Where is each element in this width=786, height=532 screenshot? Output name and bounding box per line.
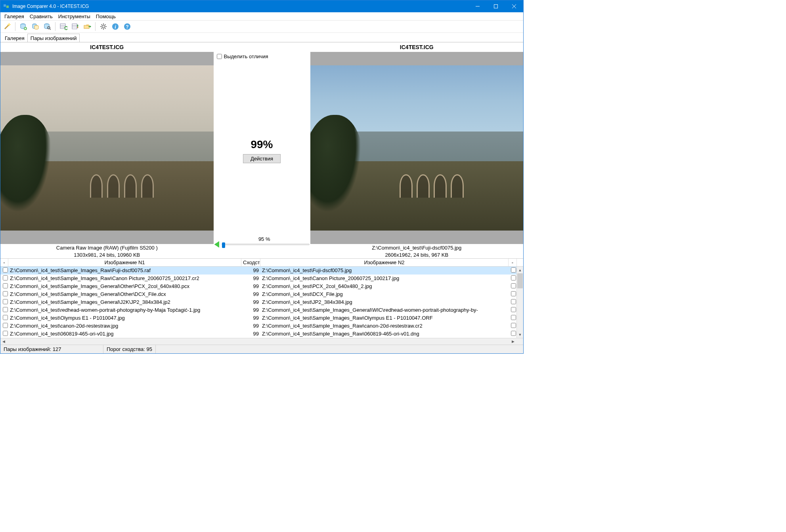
row-img1: Z:\Common\_ic4_test\Sample_Images_Raw\Ca… — [8, 275, 241, 281]
row-check1[interactable] — [0, 331, 8, 337]
menu-gallery[interactable]: Галерея — [2, 13, 27, 20]
col-image1[interactable]: Изображение N1 — [8, 259, 241, 266]
menubar: Галерея Сравнить Инструменты Помощь — [0, 12, 523, 21]
table-row[interactable]: Z:\Common\_ic4_test\canon-20d-restestraw… — [0, 322, 523, 330]
row-check1[interactable] — [0, 267, 8, 274]
row-sim: 99 — [241, 299, 260, 305]
left-image-title: IC4TEST.ICG — [0, 42, 214, 52]
left-caption-format: Camera Raw Image (RAW) (Fujifilm S5200 ) — [0, 244, 214, 251]
right-image-title: IC4TEST.ICG — [310, 42, 524, 52]
right-image-preview[interactable] — [310, 65, 524, 231]
row-img2: Z:\Common\_ic4_test\Sample_Images_Raw\Ol… — [260, 315, 509, 321]
table-row[interactable]: Z:\Common\_ic4_test\Sample_Images_Genera… — [0, 282, 523, 290]
row-check2[interactable] — [509, 267, 516, 274]
row-img2: Z:\Common\_ic4_test\DCX_File.jpg — [260, 291, 509, 297]
right-caption-path: Z:\Common\_ic4_test\Fuji-dscf0075.jpg — [310, 244, 524, 251]
db-stack-icon[interactable] — [31, 22, 40, 31]
row-img1: Z:\Common\_ic4_test\060819-465-ori-v01.j… — [8, 331, 241, 337]
table-row[interactable]: Z:\Common\_ic4_test\Olympus E1 - P101004… — [0, 314, 523, 322]
minimize-button[interactable] — [469, 0, 487, 12]
db-add-icon[interactable] — [19, 22, 28, 31]
db-find-icon[interactable] — [42, 22, 52, 31]
titlebar: Image Comparer 4.0 - IC4TEST.ICG — [0, 0, 523, 12]
maximize-button[interactable] — [487, 0, 505, 12]
svg-rect-3 — [494, 5, 498, 8]
col-similarity[interactable]: Сходств — [241, 259, 260, 266]
row-check2[interactable] — [509, 275, 516, 282]
row-check1[interactable] — [0, 291, 8, 297]
prev-arrow-icon[interactable] — [214, 241, 219, 248]
close-button[interactable] — [505, 0, 523, 12]
results-grid: - Изображение N1 Сходств Изображение N2 … — [0, 258, 523, 345]
table-row[interactable]: Z:\Common\_ic4_test\Sample_Images_Raw\Fu… — [0, 267, 523, 275]
row-img2: Z:\Common\_ic4_test\Canon Picture_200607… — [260, 275, 509, 281]
table-refresh-icon[interactable] — [59, 22, 68, 31]
row-check1[interactable] — [0, 299, 8, 305]
scroll-left-icon[interactable]: ◀ — [0, 338, 7, 345]
table-row[interactable]: Z:\Common\_ic4_test\Sample_Images_Genera… — [0, 290, 523, 298]
row-sim: 99 — [241, 275, 260, 281]
highlight-diff-row[interactable]: Выделить отличия — [214, 52, 272, 61]
row-sim: 99 — [241, 315, 260, 321]
window-title: Image Comparer 4.0 - IC4TEST.ICG — [12, 4, 469, 9]
svg-text:?: ? — [126, 24, 128, 30]
table-sort-icon[interactable] — [71, 22, 80, 31]
row-check2[interactable] — [509, 291, 516, 297]
row-check2[interactable] — [509, 283, 516, 290]
menu-compare[interactable]: Сравнить — [27, 13, 55, 20]
col-image2[interactable]: Изображение N2 — [260, 259, 509, 266]
grid-body[interactable]: Z:\Common\_ic4_test\Sample_Images_Raw\Fu… — [0, 267, 523, 338]
svg-line-29 — [101, 28, 102, 29]
table-row[interactable]: Z:\Common\_ic4_test\Sample_Images_Raw\Ca… — [0, 275, 523, 282]
left-image-preview[interactable] — [0, 65, 214, 231]
horizontal-scrollbar[interactable]: ◀ ▶ — [0, 338, 523, 345]
tab-gallery[interactable]: Галерея — [2, 34, 28, 42]
row-img2: Z:\Common\_ic4_test\Fuji-dscf0075.jpg — [260, 267, 509, 273]
left-caption-dims: 1303x981, 24 bits, 10960 KB — [0, 251, 214, 258]
info-icon[interactable]: i — [111, 22, 120, 31]
row-check2[interactable] — [509, 331, 516, 337]
row-check2[interactable] — [509, 315, 516, 321]
row-check2[interactable] — [509, 323, 516, 329]
scroll-right-icon[interactable]: ▶ — [510, 338, 516, 345]
threshold-slider-thumb[interactable] — [222, 242, 225, 248]
row-img1: Z:\Common\_ic4_test\Olympus E1 - P101004… — [8, 315, 241, 321]
similarity-percent: 99% — [251, 138, 273, 151]
row-check2[interactable] — [509, 307, 516, 313]
col-check1[interactable]: - — [0, 259, 8, 266]
row-check1[interactable] — [0, 307, 8, 313]
main-window: Image Comparer 4.0 - IC4TEST.ICG Галерея… — [0, 0, 524, 354]
row-check1[interactable] — [0, 275, 8, 282]
vertical-scrollbar[interactable]: ▲ ▼ — [516, 267, 523, 338]
svg-text:i: i — [115, 24, 116, 30]
table-row[interactable]: Z:\Common\_ic4_test\Sample_Images_Genera… — [0, 298, 523, 306]
row-check1[interactable] — [0, 323, 8, 329]
scroll-thumb[interactable] — [517, 273, 523, 288]
wizard-icon[interactable] — [2, 22, 12, 31]
tab-image-pairs[interactable]: Пары изображений — [27, 34, 80, 42]
highlight-diff-checkbox[interactable] — [217, 54, 222, 59]
folder-move-icon[interactable] — [82, 22, 92, 31]
scroll-up-icon[interactable]: ▲ — [517, 267, 523, 273]
row-img1: Z:\Common\_ic4_test\canon-20d-restestraw… — [8, 323, 241, 329]
right-image-bottombar — [310, 231, 524, 244]
threshold-value: 95 % — [258, 236, 270, 242]
left-image-panel: IC4TEST.ICG Camera Raw Image (RAW) (Fuji… — [0, 42, 214, 258]
menu-tools[interactable]: Инструменты — [55, 13, 93, 20]
content-area: IC4TEST.ICG Camera Raw Image (RAW) (Fuji… — [0, 42, 523, 345]
row-check1[interactable] — [0, 283, 8, 290]
threshold-slider[interactable]: 95 % — [222, 244, 310, 245]
svg-point-30 — [103, 26, 104, 27]
scroll-down-icon[interactable]: ▼ — [517, 331, 523, 338]
highlight-diff-label: Выделить отличия — [224, 53, 268, 59]
menu-help[interactable]: Помощь — [93, 13, 119, 20]
table-row[interactable]: Z:\Common\_ic4_test\redhead-women-portra… — [0, 306, 523, 314]
app-icon — [3, 3, 10, 10]
help-icon[interactable]: ? — [122, 22, 132, 31]
col-check2[interactable]: - — [509, 259, 516, 266]
row-check1[interactable] — [0, 315, 8, 321]
row-check2[interactable] — [509, 299, 516, 305]
actions-button[interactable]: Действия — [243, 154, 281, 163]
gear-icon[interactable] — [99, 22, 108, 31]
table-row[interactable]: Z:\Common\_ic4_test\060819-465-ori-v01.j… — [0, 330, 523, 338]
